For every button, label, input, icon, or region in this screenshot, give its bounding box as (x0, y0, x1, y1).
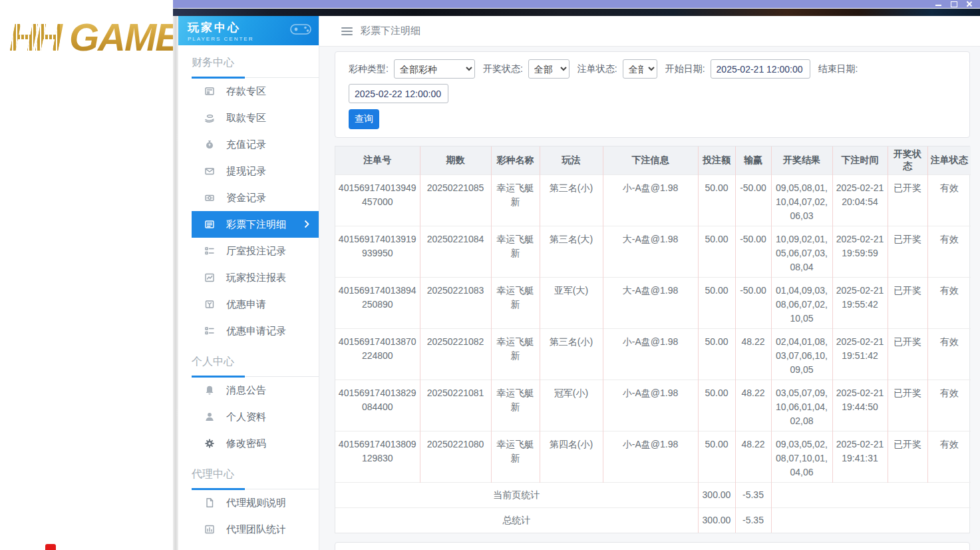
sidebar-item-change-password[interactable]: 修改密码 (192, 430, 319, 457)
cell-order-status: 有效 (927, 226, 971, 277)
cell-draw-status: 已开奖 (888, 277, 927, 328)
logo-hh: HH (9, 15, 60, 59)
maximize-icon[interactable] (951, 1, 957, 7)
window-titlebar (173, 0, 980, 8)
close-icon[interactable] (966, 1, 972, 7)
players-center-subtitle: PLAYERS CENTER (188, 36, 311, 42)
cell-period: 20250221085 (420, 174, 491, 226)
col-bet-id: 注单号 (335, 146, 420, 174)
cell-win-loss: 48.22 (735, 380, 771, 431)
table-row: 401569174013870224800 20250221082 幸运飞艇新 … (335, 328, 971, 380)
bet-details-icon (204, 219, 215, 230)
sidebar-item-funds-records[interactable]: 资金记录 (192, 184, 319, 211)
sidebar-item-hall-bet-records[interactable]: 厅室投注记录 (192, 238, 319, 264)
page-title: 彩票下注明细 (361, 25, 420, 37)
sidebar: 玩家中心 PLAYERS CENTER 财务中心 存款专区 取款专区 充值记录 … (178, 16, 319, 550)
sidebar-item-recharge-records[interactable]: 充值记录 (192, 131, 319, 158)
team-stats-icon (204, 524, 215, 535)
sidebar-item-agent-rules[interactable]: 代理规则说明 (192, 489, 319, 516)
minimize-icon[interactable] (935, 1, 941, 7)
sidebar-item-profile[interactable]: 个人资料 (192, 404, 319, 430)
start-date-input[interactable] (711, 59, 810, 79)
cell-lottery-name: 幸运飞艇新 (491, 380, 540, 431)
total-summary-bet-total: 300.00 (698, 507, 735, 533)
cell-bet-amount: 50.00 (698, 328, 735, 380)
sidebar-item-deposit[interactable]: 存款专区 (192, 78, 319, 105)
sidebar-item-player-bet-report[interactable]: 玩家投注报表 (192, 264, 319, 291)
end-date-input[interactable] (349, 84, 448, 103)
order-status-select[interactable]: 全部 (623, 59, 657, 79)
sidebar-item-promo-records[interactable]: 优惠申请记录 (192, 318, 319, 344)
sidebar-item-label: 彩票下注明细 (226, 218, 286, 231)
player-bet-report-icon (204, 272, 215, 283)
cell-lottery-name: 幸运飞艇新 (491, 226, 540, 277)
draw-status-select[interactable]: 全部 (528, 59, 570, 79)
cell-order-status: 有效 (927, 328, 971, 380)
section-personal-center: 个人中心 (192, 355, 319, 377)
background-page: HH GAME (0, 0, 173, 550)
cell-draw-result: 02,04,01,08,03,07,06,10,09,05 (771, 328, 832, 380)
end-date-label: 结束日期: (818, 63, 858, 75)
promo-records-icon (204, 326, 215, 336)
filter-panel: 彩种类型: 全部彩种 开奖状态: 全部 注单状态: 全部 开始日期: 结束日期:… (335, 51, 970, 138)
sidebar-item-agent-team-stats[interactable]: 代理团队统计 (192, 516, 319, 543)
bet-details-table: 注单号 期数 彩种名称 玩法 下注信息 投注额 输赢 开奖结果 下注时间 开奖状… (335, 146, 970, 533)
table-row-total-summary: 总统计 300.00 -5.35 (335, 507, 971, 533)
cell-win-loss: 48.22 (735, 328, 771, 380)
sidebar-item-withdrawal-records[interactable]: 提现记录 (192, 158, 319, 184)
table-row: 401569174013809129830 20250221080 幸运飞艇新 … (335, 431, 971, 482)
sidebar-item-label: 充值记录 (226, 138, 266, 151)
cell-win-loss: 48.22 (735, 431, 771, 482)
sidebar-item-bet-details[interactable]: 彩票下注明细 (192, 211, 319, 238)
sidebar-item-label: 代理规则说明 (226, 497, 286, 509)
cell-period: 20250221082 (420, 328, 491, 380)
total-summary-empty (771, 507, 971, 533)
table-row: 401569174013919939950 20250221084 幸运飞艇新 … (335, 226, 971, 277)
cell-bet-time: 2025-02-21 19:59:59 (832, 226, 888, 277)
hamburger-icon[interactable] (341, 27, 353, 35)
withdraw-icon (204, 113, 215, 123)
cell-bet-amount: 50.00 (698, 380, 735, 431)
sidebar-item-label: 优惠申请 (226, 298, 266, 311)
lottery-type-select[interactable]: 全部彩种 (394, 59, 475, 79)
page-header: 彩票下注明细 (319, 16, 980, 47)
cell-order-status: 有效 (927, 431, 971, 482)
cell-bet-id: 401569174013809129830 (335, 431, 420, 482)
cell-lottery-name: 幸运飞艇新 (491, 174, 540, 226)
cell-bet-info: 小-A盘@1.98 (603, 174, 698, 226)
document-icon (204, 497, 215, 508)
col-period: 期数 (420, 146, 491, 174)
col-draw-result: 开奖结果 (771, 146, 832, 174)
col-order-status: 注单状态 (927, 146, 971, 174)
search-button[interactable]: 查询 (349, 109, 379, 129)
cell-lottery-name: 幸运飞艇新 (491, 431, 540, 482)
sidebar-header: 玩家中心 PLAYERS CENTER (178, 16, 319, 45)
sidebar-item-label: 代理团队统计 (226, 523, 286, 536)
table-row: 401569174013894250890 20250221083 幸运飞艇新 … (335, 277, 971, 328)
funds-records-icon (204, 192, 215, 203)
pagination-bar: 每页显示20条 共6条 首页 上一页 [1] 下一页 第 页 跳转 (335, 542, 970, 550)
table-row-page-summary: 当前页统计 300.00 -5.35 (335, 482, 971, 507)
cell-bet-id: 401569174013894250890 (335, 277, 420, 328)
cell-period: 20250221084 (420, 226, 491, 277)
cell-bet-time: 2025-02-21 20:04:54 (832, 174, 888, 226)
sidebar-item-announcements[interactable]: 消息公告 (192, 377, 319, 404)
sidebar-item-promo-apply[interactable]: 优惠申请 (192, 291, 319, 318)
sidebar-item-label: 消息公告 (226, 384, 266, 397)
sidebar-item-label: 个人资料 (226, 411, 266, 423)
cell-win-loss: -50.00 (735, 277, 771, 328)
page-summary-empty (771, 482, 971, 507)
sidebar-item-label: 厅室投注记录 (226, 245, 286, 258)
col-bet-info: 下注信息 (603, 146, 698, 174)
cell-bet-id: 401569174013919939950 (335, 226, 420, 277)
cell-bet-time: 2025-02-21 19:51:42 (832, 328, 888, 380)
cell-bet-info: 大-A盘@1.98 (603, 226, 698, 277)
sidebar-item-withdraw[interactable]: 取款专区 (192, 105, 319, 131)
cell-draw-status: 已开奖 (888, 328, 927, 380)
partial-red-logo (45, 544, 56, 550)
col-win-loss: 输赢 (735, 146, 771, 174)
cell-draw-status: 已开奖 (888, 174, 927, 226)
background-scrollbar[interactable] (173, 0, 178, 550)
cell-play-type: 冠军(小) (540, 380, 603, 431)
cell-order-status: 有效 (927, 380, 971, 431)
